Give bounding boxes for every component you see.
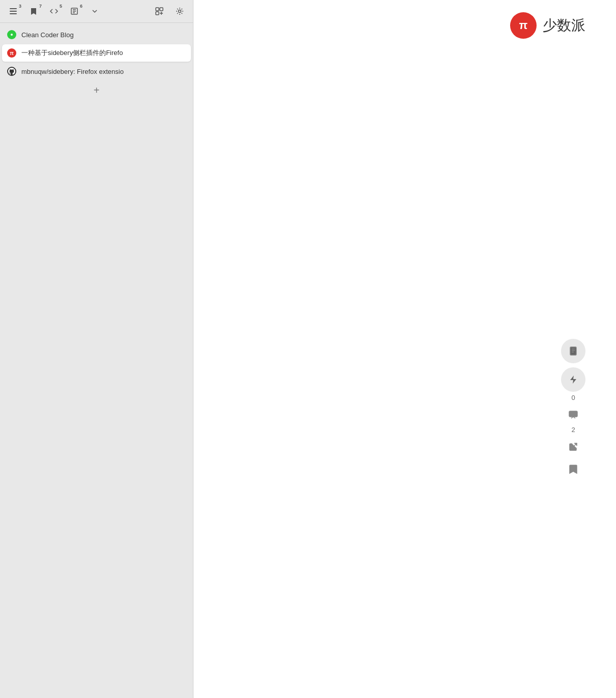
tab-item[interactable]: Clean Coder Blog [2,26,191,43]
comment-count: 2 [571,426,575,434]
svg-rect-1 [10,11,17,12]
tab-title: 一种基于sidebery侧栏插件的Firefo [21,48,186,58]
brand-name: 少数派 [543,16,585,35]
bookmarks-button[interactable]: 7 [24,3,43,19]
add-tab-button[interactable]: + [89,82,105,98]
code-badge: 5 [60,4,62,9]
lightning-button[interactable] [561,367,585,392]
tab-list: Clean Coder Blog π 一种基于sidebery侧栏插件的Fire… [0,23,193,698]
lightning-count: 0 [571,394,575,401]
bookmark-button[interactable] [564,460,582,478]
external-link-button[interactable] [564,438,582,456]
expand-button[interactable] [86,3,104,19]
tab-title: Clean Coder Blog [21,31,186,39]
notes-badge: 6 [80,4,82,9]
toolbar: 3 7 5 6 [0,0,193,23]
settings-button[interactable] [171,3,189,19]
tabs-badge: 3 [19,4,21,9]
multiselect-button[interactable] [150,3,169,19]
notes-button[interactable]: 6 [65,3,83,19]
svg-marker-19 [570,375,576,384]
brand-header: π 少数派 [510,12,585,39]
svg-point-12 [179,10,181,13]
tabs-button[interactable]: 3 [4,3,22,19]
tab-item[interactable]: mbnuqw/sidebery: Firefox extensio [2,63,191,80]
page-button[interactable] [561,339,585,363]
floating-actions: 0 2 [561,339,585,478]
tab-item[interactable]: π 一种基于sidebery侧栏插件的Firefo [2,44,191,62]
main-content: π 少数派 0 2 [193,0,616,698]
svg-rect-7 [156,8,159,11]
favicon: π [7,48,16,58]
svg-point-14 [11,34,13,36]
bookmarks-badge: 7 [39,4,42,9]
svg-rect-20 [569,411,577,417]
tab-title: mbnuqw/sidebery: Firefox extensio [21,68,186,75]
sidebar: 3 7 5 6 [0,0,193,698]
favicon [7,67,16,76]
code-button[interactable]: 5 [45,3,63,19]
svg-rect-9 [156,12,159,15]
svg-rect-15 [570,347,576,355]
brand-logo: π [510,12,537,39]
favicon [7,30,16,39]
svg-rect-0 [10,8,17,9]
comment-button[interactable] [564,406,582,424]
svg-rect-2 [10,13,17,14]
svg-rect-8 [160,8,163,11]
